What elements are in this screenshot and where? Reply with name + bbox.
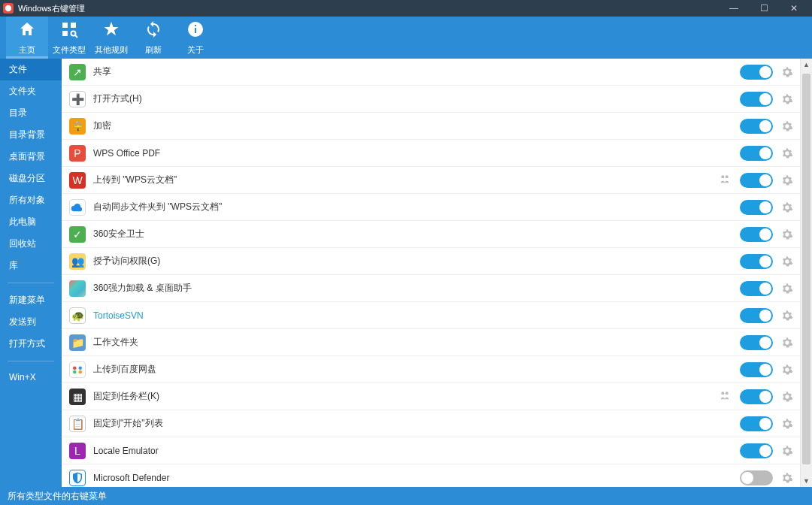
row-label: Locale Emulator <box>93 446 740 456</box>
app-icon <box>3 3 14 14</box>
scrollbar[interactable]: ▲ ▼ <box>800 59 812 487</box>
row-label: 固定到任务栏(K) <box>93 390 719 403</box>
settings-gear-icon[interactable] <box>780 337 794 349</box>
list-row[interactable]: ▦ 固定到任务栏(K) <box>62 383 800 410</box>
sidebar-item-label: 桌面背景 <box>9 151 45 162</box>
list-row[interactable]: ↗ 共享 <box>62 59 800 86</box>
list-row[interactable]: 👥 授予访问权限(G) <box>62 248 800 275</box>
settings-gear-icon[interactable] <box>780 93 794 105</box>
row-icon: ↗ <box>69 64 86 80</box>
toggle-switch[interactable] <box>740 65 773 80</box>
row-icon <box>69 470 86 486</box>
settings-gear-icon[interactable] <box>780 147 794 159</box>
row-icon: L <box>69 443 86 459</box>
settings-gear-icon[interactable] <box>780 201 794 213</box>
svg-point-9 <box>721 175 724 178</box>
toggle-switch[interactable] <box>740 254 773 269</box>
list-row[interactable]: 🐢 TortoiseSVN <box>62 302 800 329</box>
sidebar-item[interactable]: 桌面背景 <box>0 146 62 168</box>
close-button[interactable]: ✕ <box>779 0 809 17</box>
row-label: Microsoft Defender <box>93 473 740 483</box>
settings-gear-icon[interactable] <box>780 445 794 457</box>
settings-gear-icon[interactable] <box>780 310 794 322</box>
main-area: 文件文件夹目录目录背景桌面背景磁盘分区所有对象此电脑回收站库新建菜单发送到打开方… <box>0 59 812 487</box>
list-row[interactable]: ✓ 360安全卫士 <box>62 221 800 248</box>
other-icon <box>102 20 120 43</box>
settings-gear-icon[interactable] <box>780 418 794 430</box>
sidebar-item[interactable]: 目录背景 <box>0 124 62 146</box>
sidebar-item[interactable]: 所有对象 <box>0 189 62 211</box>
row-icon: 🔒 <box>69 118 86 135</box>
toggle-switch[interactable] <box>740 308 773 323</box>
sidebar-item[interactable]: 回收站 <box>0 233 62 255</box>
toolbar-home[interactable]: 主页 <box>6 17 48 59</box>
toggle-switch[interactable] <box>740 362 773 377</box>
list-row[interactable]: P WPS Office PDF <box>62 140 800 167</box>
sidebar-item[interactable]: 文件夹 <box>0 80 62 102</box>
sidebar-item[interactable]: Win+X <box>0 367 62 387</box>
list-row[interactable]: 自动同步文件夹到 "WPS云文档" <box>62 194 800 221</box>
settings-gear-icon[interactable] <box>780 472 794 484</box>
maximize-button[interactable]: ☐ <box>749 0 779 17</box>
sidebar-item[interactable]: 文件 <box>0 59 62 80</box>
status-text: 所有类型文件的右键菜单 <box>8 490 107 503</box>
sidebar-item-label: 文件夹 <box>9 86 36 96</box>
settings-gear-icon[interactable] <box>780 66 794 78</box>
toggle-switch[interactable] <box>740 416 773 431</box>
list-row[interactable]: Microsoft Defender <box>62 464 800 487</box>
scroll-up-arrow[interactable]: ▲ <box>801 59 812 71</box>
svg-point-16 <box>726 392 729 395</box>
list-row[interactable]: 360强力卸载 & 桌面助手 <box>62 275 800 302</box>
sidebar-item[interactable]: 打开方式 <box>0 333 62 355</box>
settings-gear-icon[interactable] <box>780 391 794 403</box>
sidebar-item[interactable]: 新建菜单 <box>0 289 62 311</box>
sidebar-item[interactable]: 发送到 <box>0 311 62 333</box>
list-row[interactable]: W 上传到 "WPS云文档" <box>62 167 800 194</box>
svg-point-10 <box>726 175 729 178</box>
row-icon: P <box>69 145 86 162</box>
toggle-switch[interactable] <box>740 200 773 215</box>
settings-gear-icon[interactable] <box>780 256 794 268</box>
toggle-switch[interactable] <box>740 119 773 134</box>
scroll-thumb[interactable] <box>802 74 810 464</box>
toolbar-about[interactable]: 关于 <box>174 17 217 59</box>
list-row[interactable]: ➕ 打开方式(H) <box>62 86 800 113</box>
toggle-switch[interactable] <box>740 281 773 296</box>
people-icon <box>719 389 731 404</box>
minimize-button[interactable]: ― <box>719 0 749 17</box>
toggle-switch[interactable] <box>740 389 773 404</box>
sidebar-item-label: 文件 <box>9 64 27 74</box>
settings-gear-icon[interactable] <box>780 364 794 376</box>
toggle-switch[interactable] <box>740 173 773 188</box>
settings-gear-icon[interactable] <box>780 174 794 186</box>
toggle-switch[interactable] <box>740 92 773 107</box>
toolbar-refresh[interactable]: 刷新 <box>132 17 174 59</box>
sidebar-item[interactable]: 磁盘分区 <box>0 168 62 189</box>
list-row[interactable]: 🔒 加密 <box>62 113 800 140</box>
scroll-down-arrow[interactable]: ▼ <box>801 475 812 487</box>
svg-point-13 <box>73 370 77 373</box>
toggle-switch[interactable] <box>740 146 773 161</box>
sidebar-item[interactable]: 此电脑 <box>0 211 62 233</box>
settings-gear-icon[interactable] <box>780 120 794 132</box>
list-row[interactable]: 📁 工作文件夹 <box>62 329 800 356</box>
sidebar-item-label: Win+X <box>9 372 36 383</box>
svg-rect-1 <box>62 23 68 28</box>
sidebar-item[interactable]: 库 <box>0 255 62 277</box>
list-row[interactable]: 📋 固定到"开始"列表 <box>62 410 800 437</box>
toolbar-type[interactable]: 文件类型 <box>48 17 90 59</box>
toggle-switch[interactable] <box>740 470 773 485</box>
toggle-switch[interactable] <box>740 335 773 350</box>
sidebar-item-label: 回收站 <box>9 238 36 249</box>
list-row[interactable]: 上传到百度网盘 <box>62 356 800 383</box>
toggle-switch[interactable] <box>740 227 773 242</box>
sidebar-item[interactable]: 目录 <box>0 102 62 124</box>
list-row[interactable]: L Locale Emulator <box>62 437 800 464</box>
toggle-switch[interactable] <box>740 443 773 458</box>
settings-gear-icon[interactable] <box>780 228 794 240</box>
svg-line-5 <box>75 35 77 38</box>
row-label: 360安全卫士 <box>93 228 740 240</box>
settings-gear-icon[interactable] <box>780 283 794 295</box>
toolbar-other[interactable]: 其他规则 <box>90 17 132 59</box>
svg-point-0 <box>5 5 11 11</box>
